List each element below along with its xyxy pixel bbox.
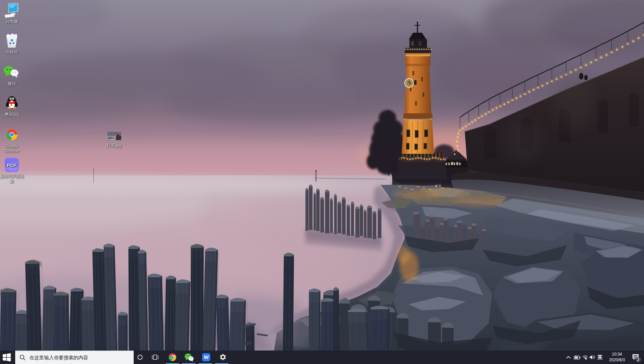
- svg-text:2: 2: [637, 358, 639, 362]
- svg-text:PDF: PDF: [7, 162, 17, 168]
